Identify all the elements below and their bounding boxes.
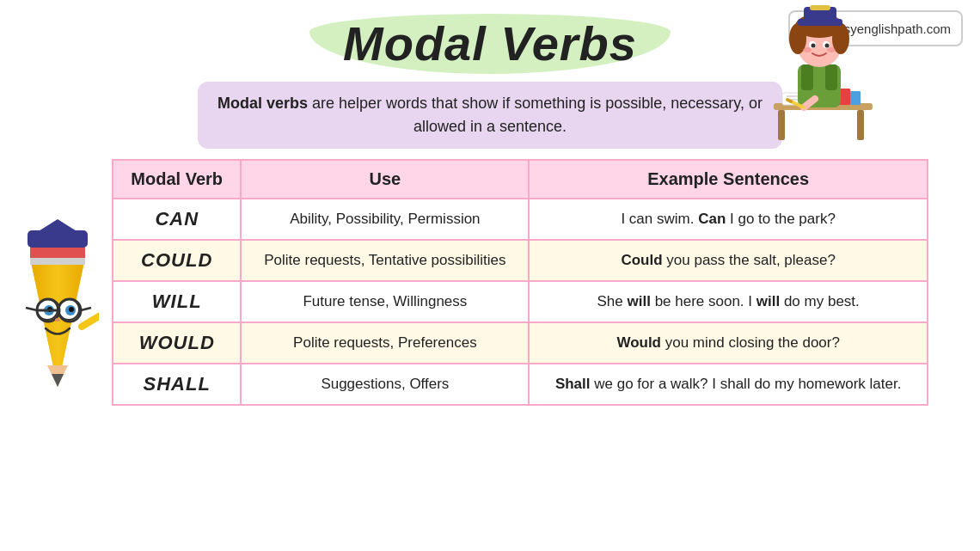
use-cell: Polite requests, Preferences (241, 322, 529, 364)
modal-verb-cell: WOULD (113, 322, 241, 364)
pencil-illustration (17, 215, 99, 395)
table-row: WILLFuture tense, WillingnessShe will be… (113, 281, 928, 322)
svg-rect-3 (778, 110, 785, 140)
svg-rect-20 (810, 5, 830, 10)
example-cell: Would you mind closing the door? (529, 322, 928, 364)
svg-marker-51 (34, 219, 81, 234)
table-row: COULDPolite requests, Tentative possibil… (113, 240, 928, 281)
subtitle-bold: Modal verbs (217, 95, 308, 112)
svg-marker-33 (52, 374, 64, 387)
header: Modal Verbs easyenglishpath.com (0, 0, 980, 78)
svg-line-46 (26, 308, 37, 310)
header-modal-verb: Modal Verb (113, 160, 241, 199)
pencil-character (17, 215, 99, 399)
svg-line-29 (787, 100, 791, 101)
modal-verb-cell: COULD (113, 240, 241, 281)
svg-rect-52 (29, 232, 86, 237)
svg-line-47 (81, 308, 91, 310)
table-wrapper: Modal Verb Use Example Sentences CANAbil… (112, 159, 928, 406)
svg-rect-7 (850, 91, 861, 105)
use-cell: Suggestions, Offers (241, 364, 529, 405)
modal-verb-cell: WILL (113, 281, 241, 322)
svg-point-25 (803, 47, 812, 52)
modal-verb-cell: SHALL (113, 364, 241, 405)
svg-rect-35 (30, 258, 85, 265)
svg-point-23 (812, 44, 816, 48)
svg-point-48 (55, 318, 60, 321)
subtitle-text: are helper words that show if something … (308, 95, 763, 135)
svg-rect-4 (857, 110, 864, 140)
svg-rect-12 (801, 64, 813, 90)
table-row: SHALLSuggestions, OffersShall we go for … (113, 364, 928, 405)
svg-point-24 (825, 44, 830, 48)
title-wrapper: Modal Verbs (343, 15, 637, 71)
use-cell: Future tense, Willingness (241, 281, 529, 322)
table-row: CANAbility, Possibility, PermissionI can… (113, 199, 928, 240)
svg-line-49 (82, 314, 99, 327)
example-cell: I can swim. Can I go to the park? (529, 199, 928, 240)
svg-rect-13 (825, 64, 837, 90)
use-cell: Ability, Possibility, Permission (241, 199, 529, 240)
girl-illustration (765, 0, 877, 146)
example-cell: Shall we go for a walk? I shall do my ho… (529, 364, 928, 405)
svg-point-42 (69, 307, 74, 312)
svg-point-26 (827, 47, 836, 52)
table-header-row: Modal Verb Use Example Sentences (113, 160, 928, 199)
page-title: Modal Verbs (343, 15, 637, 71)
girl-character (765, 0, 868, 138)
subtitle-box: Modal verbs are helper words that show i… (198, 82, 782, 149)
header-example: Example Sentences (529, 160, 928, 199)
example-cell: Could you pass the salt, please? (529, 240, 928, 281)
example-cell: She will be here soon. I will do my best… (529, 281, 928, 322)
svg-rect-6 (840, 89, 850, 105)
header-use: Use (241, 160, 529, 199)
use-cell: Polite requests, Tentative possibilities (241, 240, 529, 281)
table-row: WOULDPolite requests, PreferencesWould y… (113, 322, 928, 364)
modal-verb-cell: CAN (113, 199, 241, 240)
modal-verbs-table: Modal Verb Use Example Sentences CANAbil… (112, 159, 928, 406)
